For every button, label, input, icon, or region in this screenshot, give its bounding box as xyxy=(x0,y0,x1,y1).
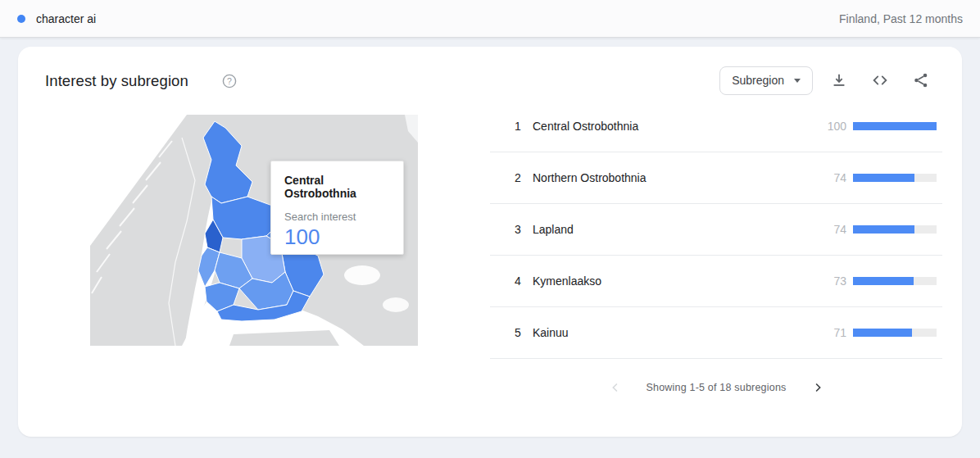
download-icon[interactable] xyxy=(824,66,854,95)
tooltip-value: 100 xyxy=(284,224,390,250)
map-lake xyxy=(344,265,380,285)
row-interest-value: 71 xyxy=(817,326,846,339)
panel-controls: Subregion xyxy=(719,66,936,95)
row-region-label: Kymenlaakso xyxy=(533,274,817,288)
pagination-label: Showing 1-5 of 18 subregions xyxy=(647,382,787,393)
interest-by-subregion-card: Interest by subregion ? Subregion xyxy=(18,47,962,437)
row-rank: 5 xyxy=(515,326,533,339)
topbar: character ai Finland, Past 12 months xyxy=(0,0,980,38)
tooltip-metric-label: Search interest xyxy=(284,211,390,223)
interest-bar-track xyxy=(853,174,937,182)
bar-fill xyxy=(853,277,914,285)
geo-time-filter-label: Finland, Past 12 months xyxy=(839,12,963,25)
panel-title: Interest by subregion xyxy=(45,72,188,90)
chevron-down-icon xyxy=(794,79,801,83)
prev-page-icon[interactable] xyxy=(606,378,625,397)
row-region-label: Kainuu xyxy=(533,326,817,339)
bar-fill xyxy=(853,122,937,130)
bar-fill xyxy=(853,329,912,337)
interest-bar-track xyxy=(853,122,937,130)
interest-bar-track xyxy=(853,329,937,337)
row-rank: 3 xyxy=(515,223,533,236)
subregion-row[interactable]: 1 Central Ostrobothnia 100 xyxy=(490,101,942,152)
row-region-label: Northern Ostrobothnia xyxy=(533,171,817,184)
row-rank: 2 xyxy=(515,171,533,184)
map-lake xyxy=(383,297,409,312)
pagination: Showing 1-5 of 18 subregions xyxy=(490,373,942,402)
search-term-chip[interactable]: character ai xyxy=(17,12,96,25)
subregion-row[interactable]: 4 Kymenlaakso 73 xyxy=(490,256,942,307)
subregion-row[interactable]: 3 Lapland 74 xyxy=(490,204,942,256)
subregion-dropdown-value: Subregion xyxy=(732,74,784,87)
subregion-row[interactable]: 2 Northern Ostrobothnia 74 xyxy=(490,152,942,204)
help-circle-icon[interactable]: ? xyxy=(222,74,237,88)
embed-code-icon[interactable] xyxy=(865,66,895,95)
tooltip-region-name: Central Ostrobothnia xyxy=(284,174,390,200)
map-tooltip: Central Ostrobothnia Search interest 100 xyxy=(270,161,404,255)
bar-fill xyxy=(853,225,914,234)
row-interest-value: 73 xyxy=(817,274,846,288)
share-icon[interactable] xyxy=(906,66,936,95)
row-rank: 4 xyxy=(515,274,533,288)
interest-bar-track xyxy=(853,277,937,285)
search-term-label: character ai xyxy=(36,12,96,25)
row-rank: 1 xyxy=(515,120,533,133)
interest-bar-track xyxy=(853,225,937,234)
series-color-dot-icon xyxy=(17,15,25,23)
bar-fill xyxy=(853,174,914,182)
row-interest-value: 74 xyxy=(817,171,846,184)
subregion-dropdown[interactable]: Subregion xyxy=(719,66,813,95)
row-interest-value: 100 xyxy=(817,120,846,133)
next-page-icon[interactable] xyxy=(808,378,828,397)
svg-text:?: ? xyxy=(227,76,232,86)
row-interest-value: 74 xyxy=(817,223,846,236)
row-region-label: Lapland xyxy=(533,223,817,236)
subregion-row[interactable]: 5 Kainuu 71 xyxy=(490,307,942,359)
row-region-label: Central Ostrobothnia xyxy=(533,120,817,133)
subregion-list: 1 Central Ostrobothnia 100 2 Northern Os… xyxy=(490,101,942,359)
